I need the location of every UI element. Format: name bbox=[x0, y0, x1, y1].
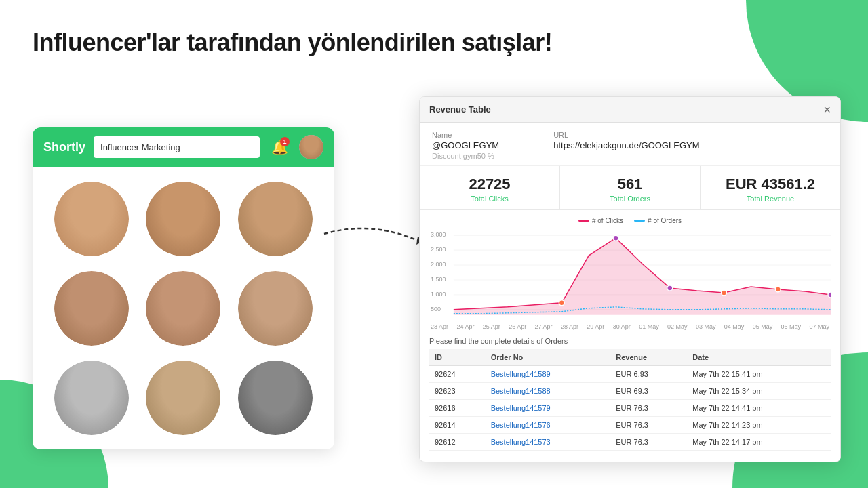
list-item[interactable] bbox=[238, 182, 313, 256]
bell-badge: 1 bbox=[280, 137, 290, 146]
avatar bbox=[238, 271, 313, 346]
svg-point-13 bbox=[559, 300, 564, 306]
cell-date: May 7th 22 14:23 pm bbox=[687, 417, 831, 434]
name-value: @GOOGLEGYM bbox=[432, 140, 499, 150]
orders-number: 561 bbox=[567, 176, 693, 193]
chart-legend: # of Clicks # of Orders bbox=[429, 217, 831, 224]
col-id: ID bbox=[429, 349, 486, 366]
total-revenue-box: EUR 43561.2 Total Revenue bbox=[701, 166, 840, 209]
url-column: URL https://elekjackgun.de/GOOGLEGYM bbox=[553, 131, 699, 160]
name-label: Name bbox=[432, 131, 499, 139]
total-orders-box: 561 Total Orders bbox=[560, 166, 701, 209]
cell-revenue: EUR 76.3 bbox=[610, 400, 687, 417]
cell-date: May 7th 22 15:41 pm bbox=[687, 366, 831, 383]
cell-order-no[interactable]: Bestellung141576 bbox=[486, 417, 611, 434]
x-label: 29 Apr bbox=[587, 323, 604, 330]
avatar bbox=[54, 271, 129, 346]
name-sub: Discount gym50 % bbox=[432, 152, 499, 160]
x-label: 05 May bbox=[753, 323, 773, 330]
svg-point-14 bbox=[613, 235, 618, 241]
user-avatar[interactable] bbox=[299, 135, 323, 159]
svg-point-16 bbox=[722, 290, 727, 296]
list-item[interactable] bbox=[54, 271, 129, 346]
legend-clicks-label: # of Clicks bbox=[592, 217, 623, 224]
cell-order-no[interactable]: Bestellung141579 bbox=[486, 400, 611, 417]
cell-revenue: EUR 76.3 bbox=[610, 434, 687, 451]
avatar bbox=[146, 182, 220, 256]
cell-id: 92614 bbox=[429, 417, 486, 434]
list-item[interactable] bbox=[54, 182, 129, 256]
table-row: 92616 Bestellung141579 EUR 76.3 May 7th … bbox=[429, 400, 831, 417]
list-item[interactable] bbox=[54, 361, 129, 435]
col-order-no: Order No bbox=[486, 349, 611, 366]
avatar bbox=[146, 361, 220, 435]
svg-text:1,500: 1,500 bbox=[431, 276, 446, 283]
svg-point-15 bbox=[667, 285, 673, 291]
revenue-panel: Revenue Table × Name @GOOGLEGYM Discount… bbox=[419, 96, 841, 462]
cell-id: 92624 bbox=[429, 366, 486, 383]
list-item[interactable] bbox=[238, 361, 313, 435]
cell-order-no[interactable]: Bestellung141589 bbox=[486, 366, 611, 383]
svg-text:3,000: 3,000 bbox=[431, 231, 446, 238]
x-label: 04 May bbox=[724, 323, 745, 330]
x-label: 07 May bbox=[809, 323, 829, 330]
x-label: 23 Apr bbox=[431, 323, 448, 330]
panel-header: Revenue Table × bbox=[420, 97, 840, 123]
name-column: Name @GOOGLEGYM Discount gym50 % bbox=[432, 131, 499, 160]
avatar-image bbox=[299, 135, 323, 159]
url-value: https://elekjackgun.de/GOOGLEGYM bbox=[553, 140, 699, 150]
chart-x-labels: 23 Apr 24 Apr 25 Apr 26 Apr 27 Apr 28 Ap… bbox=[429, 323, 831, 330]
legend-orders-label: # of Orders bbox=[648, 217, 682, 224]
x-label: 30 Apr bbox=[613, 323, 631, 330]
avatar bbox=[238, 182, 313, 256]
shortly-panel: Shortly Influencer Marketing 🔔 1 bbox=[33, 127, 334, 449]
cell-date: May 7th 22 14:17 pm bbox=[687, 434, 831, 451]
panel-title: Revenue Table bbox=[429, 104, 491, 115]
shortly-header: Shortly Influencer Marketing 🔔 1 bbox=[33, 127, 334, 167]
table-row: 92612 Bestellung141573 EUR 76.3 May 7th … bbox=[429, 434, 831, 451]
svg-text:2,000: 2,000 bbox=[431, 261, 446, 268]
cell-id: 92612 bbox=[429, 434, 486, 451]
table-row: 92623 Bestellung141588 EUR 69.3 May 7th … bbox=[429, 383, 831, 400]
shortly-logo: Shortly bbox=[43, 140, 85, 155]
orders-table-section: Please find the complete details of Orde… bbox=[420, 333, 840, 451]
table-row: 92614 Bestellung141576 EUR 76.3 May 7th … bbox=[429, 417, 831, 434]
x-label: 03 May bbox=[696, 323, 716, 330]
col-revenue: Revenue bbox=[610, 349, 687, 366]
svg-text:1,000: 1,000 bbox=[431, 291, 446, 298]
list-item[interactable] bbox=[146, 361, 220, 435]
list-item[interactable] bbox=[146, 271, 220, 346]
cell-order-no[interactable]: Bestellung141588 bbox=[486, 383, 611, 400]
x-label: 27 Apr bbox=[535, 323, 553, 330]
orders-label: Total Orders bbox=[567, 195, 693, 203]
svg-point-18 bbox=[828, 292, 831, 298]
search-input[interactable]: Influencer Marketing bbox=[94, 136, 260, 158]
clicks-label: Total Clicks bbox=[427, 195, 553, 203]
legend-clicks-color bbox=[578, 220, 589, 222]
table-note: Please find the complete details of Orde… bbox=[429, 337, 831, 345]
cell-order-no[interactable]: Bestellung141573 bbox=[486, 434, 611, 451]
total-clicks-box: 22725 Total Clicks bbox=[420, 166, 560, 209]
list-item[interactable] bbox=[146, 182, 220, 256]
avatar bbox=[54, 182, 129, 256]
chart-svg: 3,000 2,500 2,000 1,500 1,000 500 bbox=[429, 227, 831, 322]
influencer-grid bbox=[33, 167, 334, 449]
cell-id: 92616 bbox=[429, 400, 486, 417]
cell-revenue: EUR 76.3 bbox=[610, 417, 687, 434]
avatar bbox=[238, 361, 313, 435]
avatar bbox=[54, 361, 129, 435]
stats-row: 22725 Total Clicks 561 Total Orders EUR … bbox=[420, 166, 840, 210]
legend-orders-color bbox=[634, 220, 645, 222]
x-label: 26 Apr bbox=[509, 323, 526, 330]
bell-button[interactable]: 🔔 1 bbox=[268, 136, 291, 159]
svg-text:500: 500 bbox=[431, 306, 441, 312]
orders-table: ID Order No Revenue Date 92624 Bestellun… bbox=[429, 349, 831, 451]
avatar bbox=[146, 271, 220, 346]
list-item[interactable] bbox=[238, 271, 313, 346]
cell-id: 92623 bbox=[429, 383, 486, 400]
cell-date: May 7th 22 14:41 pm bbox=[687, 400, 831, 417]
legend-orders: # of Orders bbox=[634, 217, 682, 224]
cell-date: May 7th 22 15:34 pm bbox=[687, 383, 831, 400]
close-button[interactable]: × bbox=[823, 104, 831, 116]
x-label: 06 May bbox=[781, 323, 802, 330]
